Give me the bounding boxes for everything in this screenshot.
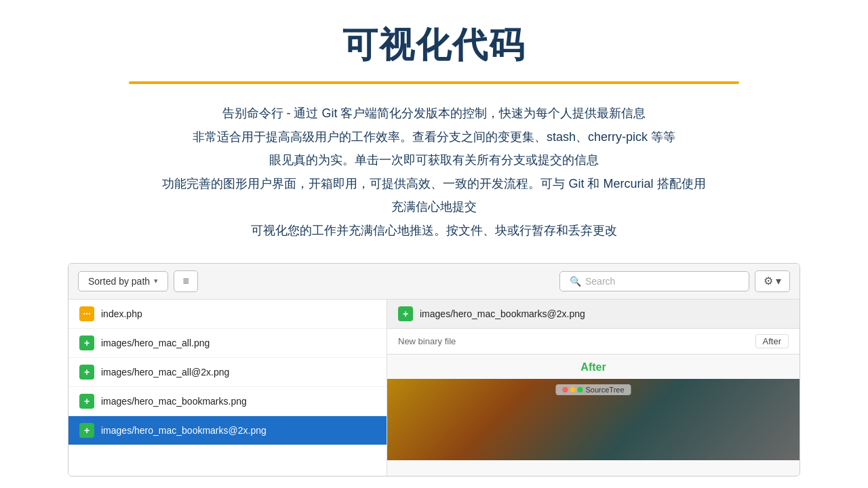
badge-added-icon: + <box>79 365 94 380</box>
diff-meta-label: New binary file <box>398 336 456 346</box>
ui-body: ··· index.php + images/hero_mac_all.png … <box>68 300 800 476</box>
image-preview: SourceTree <box>387 379 800 460</box>
file-name: images/hero_mac_all.png <box>101 338 210 348</box>
sort-by-path-button[interactable]: Sorted by path ▾ <box>78 271 168 291</box>
window-dots <box>562 387 583 392</box>
sort-chevron-icon: ▾ <box>154 277 158 285</box>
file-list: ··· index.php + images/hero_mac_all.png … <box>68 300 387 476</box>
maximize-dot <box>577 387 583 392</box>
header-section: 可视化代码 告别命令行 - 通过 Git 客户端简化分发版本的控制，快速为每个人… <box>0 0 868 241</box>
list-item[interactable]: + images/hero_mac_bookmarks.png <box>68 387 387 416</box>
diff-content: After SourceTree <box>387 354 800 476</box>
diff-panel: + images/hero_mac_bookmarks@2x.png New b… <box>387 300 800 476</box>
hamburger-icon: ≡ <box>182 275 189 287</box>
diff-badge-added-icon: + <box>398 306 413 321</box>
ui-toolbar: Sorted by path ▾ ≡ 🔍 Search ⚙ ▾ <box>68 264 800 300</box>
search-box[interactable]: 🔍 Search <box>559 271 749 291</box>
desc-6: 可视化您的工作并充满信心地推送。按文件、块或行暂存和丢弃更改 <box>61 220 807 241</box>
search-icon: 🔍 <box>570 276 581 287</box>
file-name: index.php <box>101 308 142 319</box>
list-item[interactable]: ··· index.php <box>68 300 387 329</box>
gear-icon: ⚙ <box>764 274 773 287</box>
file-name: images/hero_mac_bookmarks@2x.png <box>101 425 267 436</box>
badge-modified-icon: ··· <box>79 306 94 321</box>
diff-meta: New binary file After <box>387 329 800 354</box>
gear-chevron-icon: ▾ <box>776 274 781 287</box>
desc-1: 告别命令行 - 通过 Git 客户端简化分发版本的控制，快速为每个人提供最新信息 <box>61 103 807 124</box>
after-text: After <box>580 361 606 373</box>
gold-divider <box>129 81 739 84</box>
desc-4: 功能完善的图形用户界面，开箱即用，可提供高效、一致的开发流程。可与 Git 和 … <box>61 174 807 195</box>
after-toggle-button[interactable]: After <box>755 334 789 348</box>
minimize-dot <box>570 387 575 392</box>
desc-5: 充满信心地提交 <box>61 197 807 218</box>
badge-added-icon: + <box>79 423 94 438</box>
sort-label: Sorted by path <box>88 276 150 287</box>
sourcetree-label: SourceTree <box>585 386 624 394</box>
badge-added-icon: + <box>79 336 94 350</box>
hamburger-button[interactable]: ≡ <box>174 270 198 292</box>
diff-header: + images/hero_mac_bookmarks@2x.png <box>387 300 800 329</box>
file-name: images/hero_mac_bookmarks.png <box>101 396 247 407</box>
diff-file-name: images/hero_mac_bookmarks@2x.png <box>420 308 585 319</box>
description-block: 告别命令行 - 通过 Git 客户端简化分发版本的控制，快速为每个人提供最新信息… <box>61 103 807 241</box>
badge-added-icon: + <box>79 394 94 409</box>
ui-preview: Sorted by path ▾ ≡ 🔍 Search ⚙ ▾ ··· inde… <box>68 263 800 476</box>
desc-2: 非常适合用于提高高级用户的工作效率。查看分支之间的变更集、stash、cherr… <box>61 127 807 148</box>
close-dot <box>562 387 568 392</box>
file-name: images/hero_mac_all@2x.png <box>101 367 229 378</box>
search-placeholder: Search <box>585 276 615 287</box>
gear-button[interactable]: ⚙ ▾ <box>755 270 790 292</box>
toolbar-right: 🔍 Search ⚙ ▾ <box>559 270 790 292</box>
list-item[interactable]: + images/hero_mac_all@2x.png <box>68 358 387 387</box>
desc-3: 眼见真的为实。单击一次即可获取有关所有分支或提交的信息 <box>61 150 807 171</box>
sourcetree-bar: SourceTree <box>555 384 631 395</box>
page-title: 可视化代码 <box>41 22 827 69</box>
toolbar-left: Sorted by path ▾ ≡ <box>78 270 198 292</box>
list-item-selected[interactable]: + images/hero_mac_bookmarks@2x.png <box>68 416 387 445</box>
list-item[interactable]: + images/hero_mac_all.png <box>68 329 387 358</box>
